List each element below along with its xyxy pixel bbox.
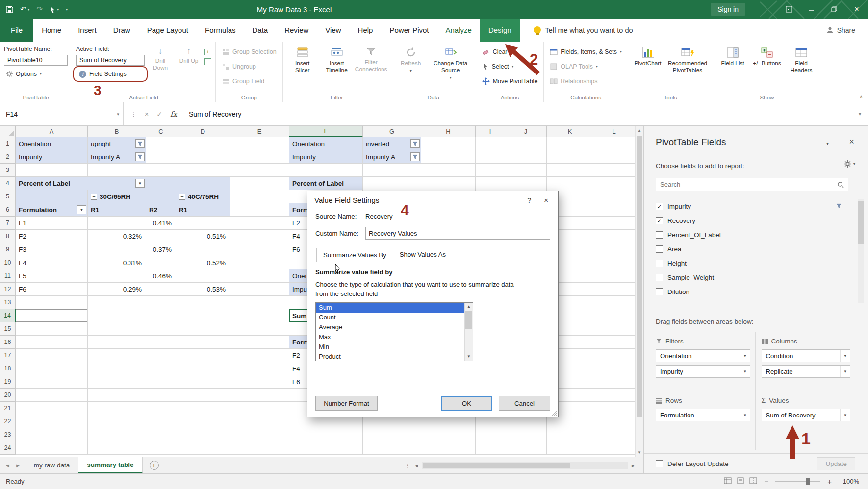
field-item-percent_of_label[interactable]: Percent_Of_Label [656,228,842,242]
cell-L7[interactable] [593,217,635,230]
cell-B17[interactable] [88,349,146,362]
field-item-area[interactable]: Area [656,242,842,256]
cell-D9[interactable] [176,243,230,256]
cell-E12[interactable] [230,283,289,296]
filter-icon[interactable] [135,139,145,148]
cell-D5[interactable]: −40C/75RH [176,190,230,203]
cell-C22[interactable] [146,415,176,428]
cell-A24[interactable] [16,441,88,455]
field-list-scrollbar[interactable] [858,199,864,303]
cell-B9[interactable] [88,243,146,256]
cell-C20[interactable] [146,389,176,402]
row-header-15[interactable]: 15 [0,322,16,336]
formula-content[interactable]: Sum of Recovery [184,102,852,125]
cell-D4[interactable] [176,177,230,190]
search-input[interactable] [660,181,834,188]
area-pill-orientation[interactable]: Orientation▾ [656,349,750,362]
column-header-K[interactable]: K [547,126,593,137]
cell-D6[interactable]: R1 [176,203,230,217]
row-header-22[interactable]: 22 [0,415,16,428]
number-format-button[interactable]: Number Format [315,396,378,411]
cell-I4[interactable] [476,177,505,190]
cell-E21[interactable] [230,402,289,415]
column-header-I[interactable]: I [476,126,505,137]
cell-E1[interactable] [230,137,289,150]
cell-D3[interactable] [176,164,230,177]
cell-L15[interactable] [593,322,635,336]
column-header-H[interactable]: H [421,126,476,137]
cell-K23[interactable] [547,428,593,441]
cell-A3[interactable] [16,164,88,177]
filter-icon[interactable] [410,139,420,148]
area-pill-impurity[interactable]: Impurity▾ [656,365,750,378]
sign-in-button[interactable]: Sign in [711,3,745,16]
cell-A4[interactable]: Percent of Label▼ [16,177,146,190]
pane-options-chevron-icon[interactable]: ▾ [826,141,829,146]
cell-E22[interactable] [230,415,289,428]
field-checkbox[interactable] [656,260,663,267]
cell-L2[interactable] [593,150,635,164]
field-list-scrollbar-thumb[interactable] [858,201,864,244]
chevron-down-icon[interactable]: ▾ [740,350,750,362]
cell-A17[interactable] [16,349,88,362]
cell-E16[interactable] [230,336,289,349]
cell-G2[interactable]: Impurity A [363,150,421,164]
cell-G4[interactable] [363,177,421,190]
vertical-scrollbar[interactable]: ▲ ▼ [635,126,643,457]
cell-L13[interactable] [593,296,635,309]
cell-D10[interactable]: 0.52% [176,256,230,269]
cell-D18[interactable] [176,362,230,375]
cell-F4[interactable]: Percent of Label [289,177,363,190]
cell-E14[interactable] [230,309,289,322]
cell-D8[interactable]: 0.51% [176,230,230,243]
cell-B3[interactable] [88,164,146,177]
olap-tools-button[interactable]: OLAP Tools ▾ [548,61,624,72]
collapse-field-icon[interactable]: − [204,58,211,65]
ribbon-tab-view[interactable]: View [317,19,349,42]
cell-I1[interactable] [476,137,505,150]
cell-B11[interactable] [88,269,146,283]
cell-B16[interactable] [88,336,146,349]
cell-F1[interactable]: Orientation [289,137,363,150]
cell-D21[interactable] [176,402,230,415]
cell-J2[interactable] [505,150,547,164]
minimize-button[interactable] [800,0,823,19]
scroll-up-icon[interactable]: ▲ [636,126,643,135]
enter-icon[interactable]: ✓ [156,110,162,118]
cell-D1[interactable] [176,137,230,150]
cell-B21[interactable] [88,402,146,415]
dialog-close-button[interactable]: × [544,196,548,204]
area-pill-condition[interactable]: Condition▾ [762,349,851,362]
cell-C16[interactable] [146,336,176,349]
ribbon-tab-home[interactable]: Home [33,19,70,42]
cell-A20[interactable] [16,389,88,402]
column-header-L[interactable]: L [593,126,635,137]
update-button[interactable]: Update [817,457,855,470]
cell-A15[interactable] [16,322,88,336]
cell-L5[interactable] [593,190,635,203]
column-header-A[interactable]: A [16,126,88,137]
name-box-dropdown-icon[interactable]: ▾ [117,112,119,117]
dialog-help-button[interactable]: ? [527,196,531,204]
cell-F2[interactable]: Impurity [289,150,363,164]
cell-H2[interactable] [421,150,476,164]
change-data-source-button[interactable]: Change Data Source ▾ [430,45,472,81]
column-header-J[interactable]: J [505,126,547,137]
dropdown-icon[interactable]: ▼ [77,205,86,214]
cell-A14[interactable] [16,309,88,322]
cell-D7[interactable] [176,217,230,230]
scroll-down-icon[interactable]: ▼ [636,448,643,457]
cell-L20[interactable] [593,389,635,402]
cell-C19[interactable] [146,375,176,389]
cell-A19[interactable] [16,375,88,389]
column-header-B[interactable]: B [88,126,146,137]
horizontal-scrollbar[interactable]: ⋮ ◄ ► [404,461,636,470]
sheet-tab-summary-table[interactable]: summary table [78,457,142,473]
row-header-7[interactable]: 7 [0,217,16,230]
cell-A23[interactable] [16,428,88,441]
cell-J3[interactable] [505,164,547,177]
cell-E9[interactable] [230,243,289,256]
cell-H24[interactable] [421,441,476,455]
row-header-1[interactable]: 1 [0,137,16,150]
cell-E4[interactable] [230,177,289,190]
